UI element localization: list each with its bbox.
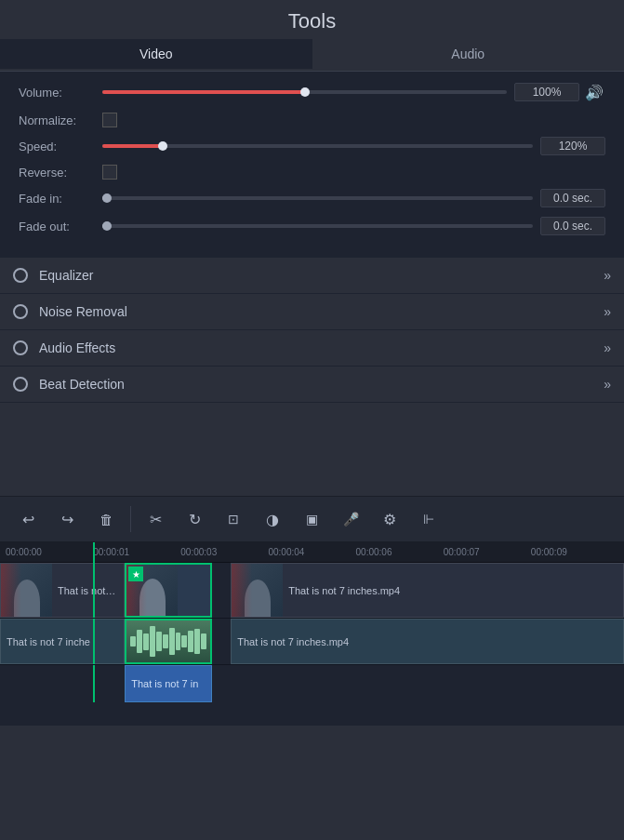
- video-track: That is not 7 inches.mp4 ★ That is not 7…: [0, 563, 624, 619]
- audio-track: That is not 7 inche: [0, 619, 624, 665]
- mic-button[interactable]: 🎤: [334, 502, 367, 536]
- volume-slider[interactable]: [102, 84, 507, 100]
- speed-slider[interactable]: [102, 138, 533, 154]
- delete-button[interactable]: 🗑: [89, 502, 123, 536]
- cut-button[interactable]: ✂: [139, 502, 172, 536]
- reverse-row: Reverse:: [19, 165, 605, 180]
- normalize-label: Normalize:: [19, 113, 102, 127]
- text-clip-1-label: That is not 7 in: [126, 678, 204, 689]
- undo-button[interactable]: ↩: [11, 502, 45, 536]
- image-button[interactable]: ▣: [295, 502, 328, 536]
- section-equalizer-arrow: »: [604, 268, 611, 283]
- section-equalizer[interactable]: Equalizer »: [0, 258, 624, 294]
- reverse-label: Reverse:: [19, 166, 102, 180]
- ruler-mark-5: 00:00:07: [444, 547, 531, 557]
- waveform-bars: [130, 625, 206, 659]
- normalize-row: Normalize:: [19, 113, 605, 127]
- controls-panel: Volume: 100% 🔊 Normalize: Speed: 120% Re…: [0, 72, 624, 258]
- volume-icon[interactable]: 🔊: [583, 81, 605, 103]
- video-clip-2[interactable]: ★: [125, 563, 212, 618]
- section-audio-effects-label: Audio Effects: [39, 340, 604, 355]
- settings-button[interactable]: ⚙: [373, 502, 406, 536]
- ruler-mark-0: 00:00:00: [6, 547, 93, 557]
- section-beat-detection[interactable]: Beat Detection »: [0, 367, 624, 403]
- audio-clip-1[interactable]: That is not 7 inche: [0, 619, 125, 664]
- video-clip-1[interactable]: That is not 7 inches.mp4: [0, 563, 125, 618]
- speed-value: 120%: [540, 137, 605, 155]
- ruler-mark-3: 00:00:04: [268, 547, 355, 557]
- fade-out-label: Fade out:: [19, 220, 102, 233]
- timeline-ruler: 00:00:00 00:00:01 00:00:03 00:00:04 00:0…: [0, 542, 624, 563]
- fade-out-slider[interactable]: [102, 218, 533, 234]
- normalize-checkbox[interactable]: [102, 113, 117, 127]
- rotate-button[interactable]: ↻: [178, 502, 211, 536]
- fade-in-slider[interactable]: [102, 190, 533, 207]
- audio-settings-button[interactable]: ⊩: [412, 502, 445, 536]
- empty-panel-space: [0, 403, 624, 496]
- video-clip-1-label: That is not 7 inches.mp4: [52, 585, 124, 596]
- section-audio-effects-arrow: »: [604, 340, 611, 355]
- audio-clip-3-label: That is not 7 inches.mp4: [232, 636, 354, 647]
- ruler-mark-6: 00:00:09: [531, 547, 618, 557]
- section-beat-detection-label: Beat Detection: [39, 377, 604, 392]
- fade-in-row: Fade in: 0.0 sec.: [19, 189, 605, 207]
- tab-video[interactable]: Video: [0, 39, 312, 71]
- volume-row: Volume: 100% 🔊: [19, 81, 605, 103]
- audio-clip-1-label: That is not 7 inche: [1, 636, 96, 647]
- timeline-area: That is not 7 inches.mp4 ★ That is not 7…: [0, 563, 624, 726]
- audio-waveform: [126, 620, 210, 662]
- video-clip-3[interactable]: That is not 7 inches.mp4: [231, 563, 624, 618]
- volume-value: 100%: [514, 83, 579, 101]
- section-equalizer-label: Equalizer: [39, 268, 604, 283]
- toolbar: ↩ ↪ 🗑 ✂ ↻ ⊡ ◑ ▣ 🎤 ⚙ ⊩: [0, 496, 624, 542]
- section-noise-removal-arrow: »: [604, 304, 611, 319]
- audio-clip-2[interactable]: [125, 619, 212, 664]
- tab-audio[interactable]: Audio: [312, 39, 625, 71]
- fade-out-value: 0.0 sec.: [540, 217, 605, 235]
- speed-label: Speed:: [19, 140, 102, 153]
- section-noise-removal-indicator: [13, 304, 28, 319]
- section-list: Equalizer » Noise Removal » Audio Effect…: [0, 258, 624, 403]
- text-track: That is not 7 in: [0, 665, 624, 702]
- text-clip-1[interactable]: That is not 7 in: [125, 665, 212, 702]
- section-beat-detection-indicator: [13, 377, 28, 392]
- section-equalizer-indicator: [13, 268, 28, 283]
- section-noise-removal-label: Noise Removal: [39, 304, 604, 319]
- speed-row: Speed: 120%: [19, 137, 605, 155]
- contrast-button[interactable]: ◑: [256, 502, 289, 536]
- section-audio-effects-indicator: [13, 340, 28, 355]
- ruler-mark-2: 00:00:03: [180, 547, 268, 557]
- timeline-playhead-ruler: [93, 542, 95, 563]
- video-clip-3-label: That is not 7 inches.mp4: [283, 585, 405, 596]
- toolbar-separator-1: [130, 506, 131, 532]
- crop-button[interactable]: ⊡: [217, 502, 250, 536]
- fade-out-row: Fade out: 0.0 sec.: [19, 217, 605, 235]
- section-beat-detection-arrow: »: [604, 377, 611, 392]
- audio-clip-3[interactable]: That is not 7 inches.mp4: [231, 619, 624, 664]
- section-noise-removal[interactable]: Noise Removal »: [0, 294, 624, 330]
- ruler-mark-4: 00:00:06: [356, 547, 444, 557]
- page-title: Tools: [0, 0, 624, 39]
- redo-button[interactable]: ↪: [50, 502, 84, 536]
- star-badge: ★: [128, 567, 143, 581]
- tabs-bar: Video Audio: [0, 39, 624, 72]
- section-audio-effects[interactable]: Audio Effects »: [0, 330, 624, 367]
- fade-in-label: Fade in:: [19, 192, 102, 206]
- ruler-mark-1: 00:00:01: [93, 547, 180, 557]
- volume-label: Volume:: [19, 86, 102, 100]
- fade-in-value: 0.0 sec.: [540, 189, 605, 207]
- ruler-marks: 00:00:00 00:00:01 00:00:03 00:00:04 00:0…: [6, 547, 618, 557]
- reverse-checkbox[interactable]: [102, 165, 117, 180]
